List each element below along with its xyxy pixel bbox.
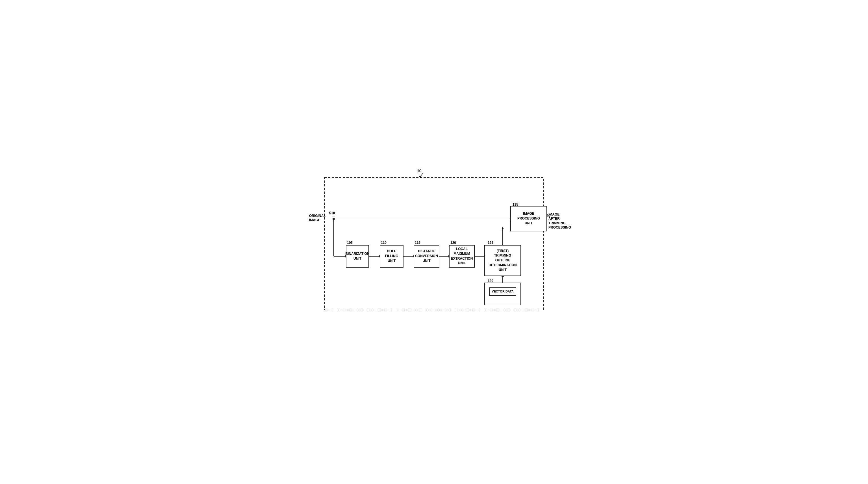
distance-conversion-unit-box: DISTANCECONVERSIONUNIT (414, 245, 439, 267)
label-image-after-trimming: IMAGE AFTERTRIMMINGPROCESSING (549, 212, 571, 230)
ref-110: 110 (381, 241, 386, 245)
ref-10: 10 (417, 169, 422, 173)
hole-filling-unit-box: HOLE FILLINGUNIT (380, 245, 403, 267)
diagram: 10 (307, 169, 561, 316)
svg-point-3 (333, 218, 335, 220)
svg-line-0 (420, 173, 423, 177)
vector-data-box: VECTOR DATA (489, 287, 516, 296)
trimming-outline-unit-box: (FIRST)TRIMMINGOUTLINEDETERMINATIONUNIT (484, 245, 521, 276)
label-original-image: ORIGINALIMAGE (309, 214, 326, 223)
signal-s10: S10 (329, 211, 335, 215)
ref-125: 125 (488, 241, 493, 245)
local-maximum-extraction-unit-box: LOCALMAXIMUMEXTRACTIONUNIT (449, 245, 475, 267)
ref-130: 130 (488, 279, 493, 283)
svg-marker-1 (419, 175, 421, 178)
svg-marker-18 (501, 227, 504, 229)
ref-115: 115 (415, 241, 421, 245)
ref-120: 120 (451, 241, 456, 245)
image-processing-unit-box: IMAGEPROCESSINGUNIT (510, 206, 547, 231)
binarization-unit-box: BINARIZATIONUNIT (346, 245, 369, 267)
ref-105: 105 (347, 241, 352, 245)
